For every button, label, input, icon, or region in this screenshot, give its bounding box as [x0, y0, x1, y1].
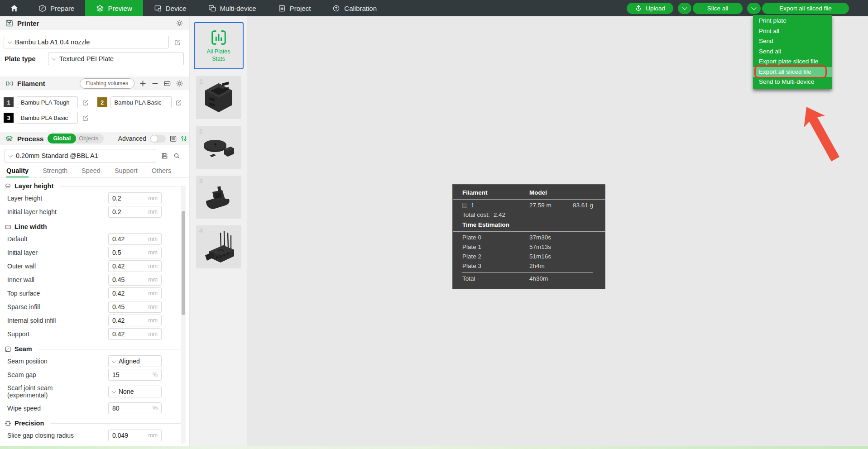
export-dropdown-button[interactable] — [747, 3, 761, 14]
line-width-outer-wall-input[interactable]: 0.42mm — [108, 260, 162, 272]
slice-gap-closing-radius-input[interactable]: 0.049mm — [108, 430, 162, 441]
group-precision: Precision — [0, 415, 189, 429]
line-width-inner-wall-input[interactable]: 0.45mm — [108, 274, 162, 286]
total-cost-value: 2.42 — [494, 211, 505, 218]
edit-icon — [175, 99, 182, 106]
sidebar-scrollbar[interactable] — [181, 186, 186, 444]
wipe-speed-input[interactable]: 80% — [108, 402, 162, 414]
all-plates-stats-card[interactable]: All Plates Stats — [194, 22, 244, 69]
ams-button[interactable] — [163, 79, 171, 87]
preview-icon — [96, 5, 104, 12]
home-button[interactable] — [0, 0, 28, 16]
process-scope-segmented: Global Objects — [48, 134, 103, 143]
multi-device-icon — [208, 5, 216, 12]
filament-select-1[interactable]: Bambu PLA Tough — [17, 96, 78, 108]
scrollbar-thumb[interactable] — [182, 211, 185, 315]
upload-button[interactable]: Upload — [627, 3, 673, 14]
filament-section-header: Filament Flushing volumes — [0, 76, 189, 90]
scarf-joint-seam-select[interactable]: None — [108, 386, 162, 397]
filament-edit-button[interactable] — [175, 98, 183, 106]
filament-edit-button[interactable] — [81, 98, 89, 106]
model-thumbnail — [201, 179, 237, 215]
param-table-button[interactable] — [170, 134, 177, 143]
tab-others[interactable]: Others — [152, 167, 172, 177]
line-width-support-input[interactable]: 0.42mm — [108, 328, 162, 340]
topbar-actions: Upload Slice all Export all sliced file — [627, 0, 868, 16]
advanced-toggle[interactable] — [150, 135, 166, 143]
filament-list: 1 Bambu PLA Tough 2 Bambu PLA Basic 3 Ba… — [4, 96, 185, 124]
tab-prepare[interactable]: Prepare — [28, 0, 85, 16]
tab-project[interactable]: Project — [267, 0, 322, 16]
printer-edit-button[interactable] — [173, 38, 181, 46]
gear-icon — [176, 20, 183, 27]
menu-item-send[interactable]: Send — [753, 36, 832, 47]
line-width-internal-solid-infill-input[interactable]: 0.42mm — [108, 315, 162, 326]
plate-thumbnail-2[interactable]: 2 — [196, 126, 241, 169]
process-preset-row: 0.20mm Standard @BBL A1 — [5, 149, 185, 162]
advanced-label: Advanced — [118, 135, 146, 142]
precision-icon — [5, 420, 11, 427]
plate-thumbnail-1[interactable]: 1 — [196, 76, 241, 119]
printer-settings-button[interactable] — [175, 19, 183, 27]
tab-multi-device[interactable]: Multi-device — [197, 0, 267, 16]
scope-global-button[interactable]: Global — [48, 134, 76, 143]
tab-quality[interactable]: Quality — [6, 167, 29, 177]
slice-all-button[interactable]: Slice all — [693, 3, 743, 14]
add-filament-button[interactable] — [139, 79, 147, 87]
tab-calibration[interactable]: Calibration — [321, 0, 388, 16]
filament-slot-2: 2 Bambu PLA Basic — [97, 96, 186, 108]
seam-gap-input[interactable]: 15% — [108, 369, 162, 381]
tab-strength[interactable]: Strength — [43, 167, 67, 177]
seam-position-select[interactable]: Aligned — [108, 355, 162, 367]
menu-item-print-all[interactable]: Print all — [753, 26, 832, 37]
plate-thumbnail-3[interactable]: 3 — [196, 176, 241, 219]
chevron-down-icon — [112, 389, 116, 393]
initial-layer-height-input[interactable]: 0.2mm — [108, 206, 162, 218]
edit-icon — [82, 99, 89, 106]
filament-color-badge[interactable]: 3 — [4, 113, 14, 123]
menu-item-print-plate[interactable]: Print plate — [753, 16, 832, 26]
filament-weight: 83.61 g — [573, 202, 593, 209]
printer-preset-select[interactable]: Bambu Lab A1 0.4 nozzle — [4, 36, 169, 48]
menu-item-export-plate-sliced-file[interactable]: Export plate sliced file — [753, 57, 832, 67]
menu-item-send-all[interactable]: Send all — [753, 47, 832, 57]
flushing-volumes-button[interactable]: Flushing volumes — [80, 78, 134, 89]
model-thumbnail — [201, 80, 237, 116]
line-width-default-input[interactable]: 0.42mm — [108, 233, 162, 245]
plate-thumbnail-4[interactable]: 4 — [196, 225, 241, 268]
plates-stats-panel: Filament Model 1 27.59 m 83.61 g Total c… — [453, 185, 605, 289]
layer-height-icon — [5, 183, 11, 190]
scope-objects-button[interactable]: Objects — [76, 135, 103, 142]
tab-preview[interactable]: Preview — [85, 0, 143, 16]
filament-edit-button[interactable] — [81, 114, 89, 122]
layer-height-input[interactable]: 0.2mm — [108, 192, 162, 204]
printer-section-header: Printer — [0, 16, 189, 30]
slice-dropdown-button[interactable] — [678, 3, 691, 14]
search-preset-button[interactable] — [173, 152, 181, 160]
filament-color-badge[interactable]: 1 — [4, 97, 14, 107]
chevron-down-icon — [9, 153, 13, 158]
menu-item-send-to-multi-device[interactable]: Send to Multi-device — [753, 77, 832, 87]
line-width-sparse-infill-input[interactable]: 0.45mm — [108, 301, 162, 313]
export-all-button[interactable]: Export all sliced file — [762, 3, 849, 14]
prepare-icon — [38, 5, 46, 12]
time-row: Plate 1 57m13s — [453, 242, 605, 252]
process-preset-select[interactable]: 0.20mm Standard @BBL A1 — [5, 149, 156, 162]
filament-select-3[interactable]: Bambu PLA Basic — [17, 112, 78, 124]
filament-settings-button[interactable] — [175, 79, 183, 87]
save-preset-button[interactable] — [160, 152, 168, 160]
menu-item-export-all-sliced-file[interactable]: Export all sliced file — [753, 67, 832, 77]
line-width-initial-layer-input[interactable]: 0.5mm — [108, 247, 162, 258]
param-label: Outer wall — [7, 263, 84, 270]
filament-color-badge[interactable]: 2 — [97, 97, 107, 107]
line-width-top-surface-input[interactable]: 0.42mm — [108, 287, 162, 299]
tab-device[interactable]: Device — [143, 0, 197, 16]
plate-type-select[interactable]: Textured PEI Plate — [48, 53, 184, 65]
reset-params-button[interactable] — [181, 134, 187, 143]
total-cost-row: Total cost: 2.42 — [453, 210, 605, 220]
tab-support[interactable]: Support — [115, 167, 138, 177]
filament-select-2[interactable]: Bambu PLA Basic — [110, 96, 172, 108]
plate-thumbnail-strip: All Plates Stats 1 2 3 — [190, 16, 247, 446]
tab-speed[interactable]: Speed — [82, 167, 101, 177]
remove-filament-button[interactable] — [151, 79, 159, 87]
